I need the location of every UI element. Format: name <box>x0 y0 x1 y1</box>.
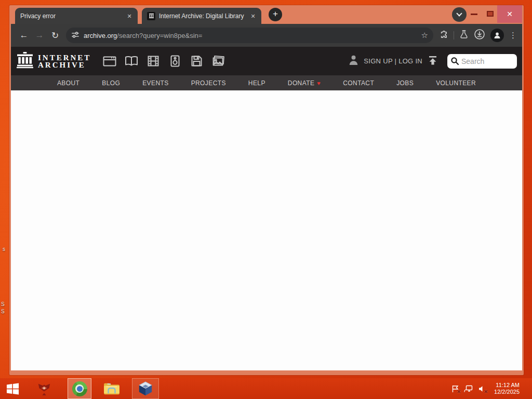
software-media-icon[interactable] <box>190 55 204 68</box>
downloads-icon[interactable] <box>474 29 485 42</box>
person-icon[interactable] <box>349 55 358 68</box>
mute-x-badge: ✕ <box>484 389 488 394</box>
video-media-icon[interactable] <box>146 55 160 68</box>
browser-toolbar: ← → ↻ archive.org/search?query=win8pe&si… <box>11 24 522 47</box>
archive-wordmark[interactable]: INTERNET ARCHIVE <box>38 54 91 69</box>
archive-site-header: INTERNET ARCHIVE <box>11 47 522 75</box>
windows-taskbar: ✕ ✕ 11:12 AM 12/2/2025 <box>0 378 532 399</box>
taskbar-file-explorer-button[interactable] <box>100 378 124 399</box>
nav-about[interactable]: ABOUT <box>57 79 79 87</box>
browser-window: Privacy error ✕ Internet Archive: Digita… <box>9 5 524 375</box>
audio-media-icon[interactable] <box>168 55 182 68</box>
nav-donate-label: DONATE <box>288 79 315 87</box>
tab-title: Internet Archive: Digital Library <box>159 12 246 20</box>
reload-button[interactable]: ↻ <box>47 28 63 43</box>
close-window-button[interactable]: ✕ <box>497 5 522 23</box>
signup-login-link[interactable]: SIGN UP | LOG IN <box>364 57 422 65</box>
bookmark-star-icon[interactable]: ☆ <box>421 31 428 40</box>
maximize-button[interactable] <box>487 11 494 17</box>
url-path: /search?query=win8pe&sin= <box>117 32 202 39</box>
extensions-puzzle-icon[interactable] <box>438 30 448 42</box>
toolbar-separator <box>454 31 454 39</box>
internet-archive-logo-icon[interactable] <box>16 51 34 71</box>
file-explorer-icon <box>103 382 120 395</box>
taskbar-virtualbox-button[interactable] <box>132 378 159 399</box>
images-media-icon[interactable] <box>211 55 225 68</box>
archive-search-input[interactable] <box>461 57 511 65</box>
taskbar-chromium-button[interactable] <box>68 378 91 399</box>
forward-button[interactable]: → <box>32 28 47 43</box>
archive-nav: ABOUT BLOG EVENTS PROJECTS HELP DONATE♥ … <box>11 75 522 90</box>
tab-privacy-error[interactable]: Privacy error ✕ <box>15 8 138 24</box>
clock-date: 12/2/2025 <box>494 389 520 395</box>
nav-donate[interactable]: DONATE♥ <box>288 79 321 87</box>
taskbar-red-diamond-app[interactable] <box>32 378 56 399</box>
browser-menu-kebab-icon[interactable]: ⋮ <box>509 31 517 40</box>
url-text: archive.org/search?query=win8pe&sin= <box>84 32 418 39</box>
action-center-flag-icon[interactable]: ✕ <box>450 384 459 393</box>
archive-wordmark-line2: ARCHIVE <box>38 61 91 69</box>
notification-x-badge: ✕ <box>457 389 461 394</box>
start-button[interactable] <box>0 378 25 399</box>
address-bar[interactable]: archive.org/search?query=win8pe&sin= ☆ <box>66 28 433 43</box>
window-titlebar[interactable]: Privacy error ✕ Internet Archive: Digita… <box>11 5 522 24</box>
nav-events[interactable]: EVENTS <box>142 79 168 87</box>
toolbar-right-cluster: ⋮ <box>438 29 517 42</box>
site-settings-icon[interactable] <box>71 31 79 41</box>
back-button[interactable]: ← <box>16 28 32 43</box>
profile-avatar-icon[interactable] <box>490 29 504 42</box>
media-type-icons <box>102 55 225 68</box>
texts-media-icon[interactable] <box>124 55 138 68</box>
tab-title: Privacy error <box>20 12 122 20</box>
chromium-icon <box>72 381 87 396</box>
tab-close-icon[interactable]: ✕ <box>125 12 134 20</box>
nav-contact[interactable]: CONTACT <box>343 79 374 87</box>
tab-internet-archive[interactable]: Internet Archive: Digital Library ✕ <box>142 8 261 24</box>
minimize-button[interactable] <box>471 14 477 15</box>
donate-heart-icon: ♥ <box>317 80 321 86</box>
desktop-icon-label-fragment: S <box>1 301 5 307</box>
network-status-icon[interactable] <box>464 384 473 393</box>
chevron-down-icon <box>456 10 462 16</box>
web-media-icon[interactable] <box>102 55 116 68</box>
upload-icon[interactable] <box>428 55 438 68</box>
windows-logo-icon <box>6 382 19 395</box>
tab-close-icon[interactable]: ✕ <box>249 12 257 20</box>
desktop-icon-label-fragment: S <box>1 309 5 314</box>
new-tab-button[interactable]: + <box>269 8 282 21</box>
taskbar-clock[interactable]: 11:12 AM 12/2/2025 <box>491 382 523 395</box>
nav-projects[interactable]: PROJECTS <box>191 79 226 87</box>
nav-volunteer[interactable]: VOLUNTEER <box>436 79 476 87</box>
url-domain: archive.org <box>84 32 117 39</box>
nav-blog[interactable]: BLOG <box>102 79 120 87</box>
volume-muted-icon[interactable]: ✕ <box>477 384 486 393</box>
archive-wordmark-line1: INTERNET <box>38 54 91 61</box>
archive-header-right: SIGN UP | LOG IN <box>349 54 517 69</box>
archive-search-box[interactable] <box>447 54 517 69</box>
nav-jobs[interactable]: JOBS <box>396 79 414 87</box>
page-content-blank <box>11 90 522 370</box>
clock-time: 11:12 AM <box>494 382 520 389</box>
labs-flask-icon[interactable] <box>459 30 469 41</box>
internet-archive-favicon-icon <box>147 12 155 20</box>
nav-help[interactable]: HELP <box>248 79 265 87</box>
search-icon <box>450 57 459 65</box>
desktop-icon-label-fragment: s <box>3 246 5 252</box>
system-tray: ✕ ✕ 11:12 AM 12/2/2025 <box>450 378 532 399</box>
red-diamond-app-icon <box>36 381 52 396</box>
tab-search-button[interactable] <box>452 7 467 22</box>
virtualbox-icon <box>138 381 153 396</box>
